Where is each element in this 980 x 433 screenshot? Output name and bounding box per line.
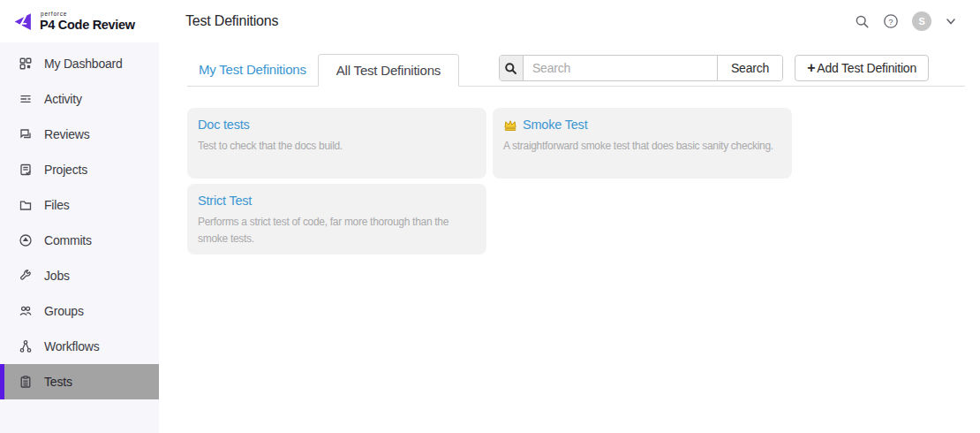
- card-title-text: Smoke Test: [523, 118, 588, 132]
- reviews-icon: [19, 127, 33, 141]
- search-input[interactable]: [524, 56, 717, 80]
- groups-icon: [19, 304, 33, 318]
- test-card-strict-test: Strict Test Performs a strict test of co…: [187, 184, 486, 254]
- sidebar-item-jobs[interactable]: Jobs: [0, 258, 159, 293]
- global-search-icon[interactable]: [855, 14, 870, 29]
- sidebar-item-label: Reviews: [44, 127, 90, 141]
- page-title: Test Definitions: [185, 13, 278, 29]
- sidebar-item-workflows[interactable]: Workflows: [0, 329, 159, 364]
- files-icon: [19, 198, 33, 212]
- add-button-label: Add Test Definition: [817, 61, 916, 75]
- test-card-title-link[interactable]: Strict Test: [198, 194, 252, 208]
- app-window: perforce P4 Code Review My Dashboard: [0, 0, 980, 433]
- brand-logo[interactable]: perforce P4 Code Review: [0, 0, 159, 42]
- help-icon[interactable]: ?: [883, 13, 899, 29]
- sidebar-item-label: Jobs: [44, 269, 70, 283]
- toolbar-actions: Search + Add Test Definition: [499, 55, 929, 81]
- product-name: P4 Code Review: [40, 19, 135, 32]
- sidebar-item-commits[interactable]: Commits: [0, 223, 159, 258]
- sidebar-item-projects[interactable]: Projects: [0, 152, 159, 187]
- sidebar-item-label: Projects: [44, 163, 87, 177]
- content: My Test Definitions All Test Definitions…: [159, 42, 980, 433]
- sidebar-item-label: Files: [44, 198, 70, 212]
- tests-icon: [19, 375, 33, 389]
- search-group: Search: [499, 55, 783, 81]
- sidebar-item-tests[interactable]: Tests: [0, 364, 159, 399]
- sidebar-item-label: Workflows: [44, 339, 100, 353]
- activity-icon: [19, 92, 33, 106]
- jobs-icon: [19, 269, 33, 283]
- dashboard-icon: [19, 57, 33, 71]
- test-card-description: Test to check that the docs build.: [198, 138, 476, 155]
- main-area: Test Definitions ? S: [159, 0, 980, 433]
- search-button[interactable]: Search: [717, 56, 782, 80]
- test-card-doc-tests: Doc tests Test to check that the docs bu…: [187, 108, 486, 179]
- sidebar-item-label: Activity: [44, 92, 82, 106]
- tab-my-test-definitions[interactable]: My Test Definitions: [187, 53, 318, 86]
- chevron-down-icon[interactable]: [945, 15, 957, 27]
- test-card-description: Performs a strict test of code, far more…: [198, 214, 476, 247]
- svg-text:?: ?: [888, 17, 893, 27]
- card-title-text: Doc tests: [198, 118, 250, 132]
- card-title-text: Strict Test: [198, 194, 252, 208]
- search-icon[interactable]: [500, 56, 524, 80]
- test-definition-list: Doc tests Test to check that the docs bu…: [187, 108, 796, 254]
- commits-icon: [19, 233, 33, 247]
- sidebar-nav: My Dashboard Activity: [0, 42, 159, 399]
- test-card-title-link[interactable]: Doc tests: [198, 118, 250, 132]
- sidebar-item-activity[interactable]: Activity: [0, 81, 159, 117]
- sidebar: perforce P4 Code Review My Dashboard: [0, 0, 159, 433]
- workflows-icon: [19, 339, 33, 353]
- sidebar-item-my-dashboard[interactable]: My Dashboard: [0, 46, 159, 81]
- sidebar-item-label: Tests: [44, 375, 72, 389]
- topbar-actions: ? S: [855, 11, 957, 31]
- sidebar-item-reviews[interactable]: Reviews: [0, 117, 159, 152]
- plus-icon: +: [807, 61, 815, 75]
- brand-text: perforce P4 Code Review: [40, 11, 135, 32]
- sidebar-item-files[interactable]: Files: [0, 187, 159, 223]
- sidebar-item-label: Commits: [44, 233, 92, 247]
- sidebar-item-groups[interactable]: Groups: [0, 293, 159, 329]
- add-test-definition-button[interactable]: + Add Test Definition: [795, 55, 929, 81]
- sidebar-item-label: Groups: [44, 304, 84, 318]
- test-card-title-link[interactable]: Smoke Test: [503, 118, 588, 132]
- test-card-description: A straightforward smoke test that does b…: [503, 138, 781, 155]
- p4-logo-icon: [11, 11, 34, 33]
- projects-icon: [19, 163, 33, 177]
- user-avatar[interactable]: S: [912, 11, 931, 31]
- sidebar-item-label: My Dashboard: [44, 57, 123, 71]
- avatar-initial: S: [918, 16, 924, 27]
- topbar: Test Definitions ? S: [159, 0, 980, 42]
- tab-all-test-definitions[interactable]: All Test Definitions: [318, 54, 459, 87]
- crown-icon: [503, 118, 517, 132]
- perforce-label: perforce: [41, 11, 135, 18]
- test-card-smoke-test: Smoke Test A straightforward smoke test …: [493, 108, 792, 179]
- tabs-toolbar: My Test Definitions All Test Definitions…: [187, 50, 965, 87]
